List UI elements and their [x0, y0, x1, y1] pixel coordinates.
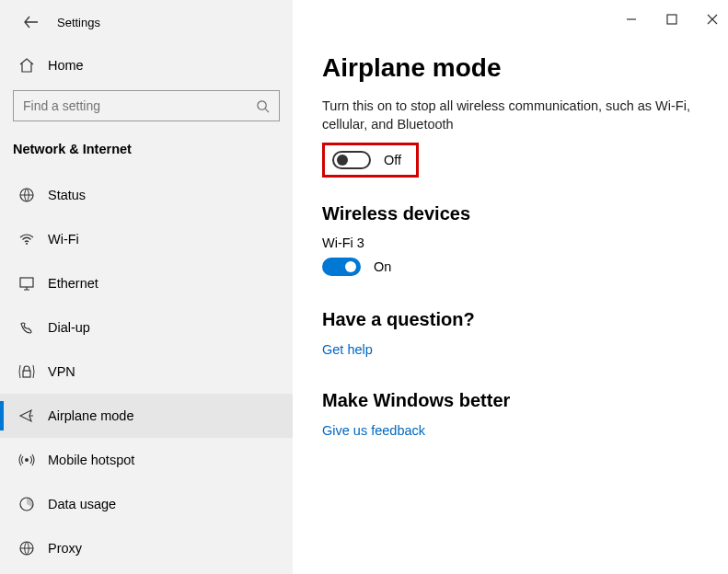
nav-label: VPN [48, 364, 75, 379]
maximize-icon [666, 14, 677, 25]
hotspot-icon [18, 452, 35, 468]
proxy-icon [18, 540, 35, 557]
minimize-icon [626, 14, 637, 25]
sidebar-item-proxy[interactable]: Proxy [0, 526, 293, 570]
wifi-toggle-label: On [374, 259, 391, 274]
svg-point-5 [25, 458, 29, 462]
sidebar-item-dialup[interactable]: Dial-up [0, 305, 293, 350]
nav-label: Dial-up [48, 320, 90, 335]
wifi-device-name: Wi-Fi 3 [322, 235, 699, 250]
nav-label: Mobile hotspot [48, 453, 134, 467]
feedback-link[interactable]: Give us feedback [322, 423, 425, 438]
settings-title: Settings [57, 16, 100, 29]
help-link[interactable]: Get help [322, 342, 373, 357]
wifi-toggle[interactable] [322, 258, 361, 276]
vpn-icon [18, 363, 35, 380]
svg-rect-8 [667, 15, 676, 24]
close-icon [707, 14, 718, 25]
sidebar-item-vpn[interactable]: VPN [0, 350, 293, 394]
nav-list: Status Wi-Fi Ethernet Dial-up VPN Airpla… [0, 173, 293, 574]
sidebar-item-ethernet[interactable]: Ethernet [0, 261, 293, 305]
nav-label: Data usage [48, 497, 116, 511]
search-icon [256, 99, 270, 113]
svg-rect-3 [20, 278, 33, 287]
maximize-button[interactable] [664, 11, 680, 28]
page-description: Turn this on to stop all wireless commun… [322, 98, 690, 133]
sidebar-item-datausage[interactable]: Data usage [0, 482, 293, 526]
svg-rect-4 [23, 371, 30, 377]
status-icon [18, 187, 35, 203]
airplane-toggle-label: Off [384, 153, 401, 167]
search-box[interactable] [13, 90, 280, 121]
sidebar-item-status[interactable]: Status [0, 173, 293, 217]
window-controls [623, 11, 721, 28]
category-label: Network & Internet [0, 134, 293, 173]
titlebar: Settings [0, 13, 293, 48]
search-container [0, 83, 293, 134]
page-title: Airplane mode [322, 53, 699, 83]
sidebar-item-airplane[interactable]: Airplane mode [0, 394, 293, 438]
airplane-toggle[interactable] [332, 151, 371, 169]
minimize-button[interactable] [623, 11, 640, 28]
back-button[interactable] [22, 13, 40, 31]
sidebar-item-wifi[interactable]: Wi-Fi [0, 217, 293, 261]
search-input[interactable] [23, 98, 256, 113]
question-heading: Have a question? [322, 309, 699, 330]
feedback-heading: Make Windows better [322, 390, 699, 411]
ethernet-icon [18, 275, 35, 292]
nav-label: Status [48, 188, 86, 202]
wifi-icon [18, 231, 35, 247]
svg-point-2 [26, 243, 28, 245]
toggle-knob [337, 155, 348, 166]
airplane-icon [18, 408, 35, 424]
nav-label: Airplane mode [48, 408, 134, 423]
svg-point-0 [258, 100, 266, 109]
wifi-device-row: On [322, 258, 699, 276]
wireless-devices-heading: Wireless devices [322, 203, 699, 224]
main-content: Airplane mode Turn this on to stop all w… [293, 0, 728, 574]
home-icon [18, 57, 35, 74]
dialup-icon [18, 319, 35, 336]
close-button[interactable] [704, 11, 721, 28]
home-label: Home [48, 58, 84, 73]
sidebar-item-hotspot[interactable]: Mobile hotspot [0, 438, 293, 482]
nav-label: Proxy [48, 541, 82, 556]
nav-label: Wi-Fi [48, 232, 79, 247]
datausage-icon [18, 496, 35, 512]
toggle-knob [345, 261, 356, 272]
airplane-toggle-highlight: Off [322, 143, 419, 178]
nav-label: Ethernet [48, 276, 98, 291]
back-icon [24, 15, 39, 29]
sidebar-item-home[interactable]: Home [0, 48, 293, 83]
sidebar: Settings Home Network & Internet Status … [0, 0, 293, 574]
